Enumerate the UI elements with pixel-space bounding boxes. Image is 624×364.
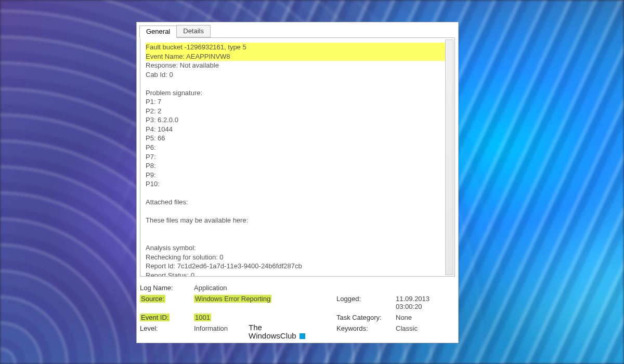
watermark: The WindowsClub bbox=[249, 323, 305, 340]
line-event-name: Event Name: AEAPPINVW8 bbox=[146, 52, 449, 61]
watermark-line2: WindowsClub bbox=[249, 331, 296, 340]
level-label: Level: bbox=[140, 324, 192, 332]
tab-general[interactable]: General bbox=[139, 25, 177, 38]
line-analysis: Analysis symbol: bbox=[146, 243, 449, 253]
line-fault-bucket: Fault bucket -1296932161, type 5 bbox=[146, 43, 449, 52]
tab-details[interactable]: Details bbox=[176, 25, 211, 37]
source-label: Source: bbox=[140, 295, 192, 310]
line-attached: Attached files: bbox=[146, 198, 449, 207]
line-p9: P9: bbox=[146, 171, 449, 180]
eventid-value: 1001 bbox=[194, 314, 334, 321]
blank bbox=[146, 79, 449, 88]
logname-value: Application bbox=[194, 284, 334, 292]
line-p6: P6: bbox=[146, 143, 449, 152]
line-report-status: Report Status: 0 bbox=[146, 271, 449, 277]
blank bbox=[146, 225, 449, 235]
keywords-label: Keywords: bbox=[336, 324, 394, 332]
logged-label: Logged: bbox=[336, 295, 394, 310]
blank bbox=[146, 234, 449, 243]
blank bbox=[146, 189, 449, 198]
empty bbox=[336, 284, 394, 292]
logged-value: 11.09.2013 03:00:20 bbox=[396, 295, 455, 310]
keywords-value: Classic bbox=[396, 324, 455, 332]
line-p7: P7: bbox=[146, 152, 449, 162]
watermark-square-icon bbox=[300, 333, 305, 339]
taskcat-value: None bbox=[396, 314, 455, 321]
blank bbox=[146, 207, 449, 216]
line-p10: P10: bbox=[146, 179, 449, 189]
taskcat-label: Task Category: bbox=[336, 314, 394, 321]
logname-label: Log Name: bbox=[140, 284, 192, 292]
line-p5: P5: 66 bbox=[146, 134, 449, 143]
line-cab-id: Cab Id: 0 bbox=[146, 70, 449, 80]
event-properties-panel: General Details Fault bucket -1296932161… bbox=[136, 22, 459, 343]
event-description-box: Fault bucket -1296932161, type 5 Event N… bbox=[140, 38, 455, 277]
line-p3: P3: 6.2.0.0 bbox=[146, 115, 449, 125]
line-p1: P1: 7 bbox=[146, 97, 449, 107]
empty bbox=[396, 284, 455, 292]
tabstrip: General Details bbox=[139, 25, 455, 38]
line-response: Response: Not available bbox=[146, 61, 449, 70]
line-report-id: Report Id: 7c1d2ed6-1a7d-11e3-9400-24b6f… bbox=[146, 262, 449, 271]
line-p4: P4: 1044 bbox=[146, 125, 449, 134]
eventid-label: Event ID: bbox=[140, 314, 192, 321]
source-value: Windows Error Reporting bbox=[194, 295, 334, 310]
line-p8: P8: bbox=[146, 161, 449, 171]
line-recheck: Rechecking for solution: 0 bbox=[146, 253, 449, 262]
line-p2: P2: 2 bbox=[146, 107, 449, 116]
line-available: These files may be available here: bbox=[146, 216, 449, 225]
watermark-line1: The bbox=[249, 323, 262, 332]
line-sig-header: Problem signature: bbox=[146, 88, 449, 98]
